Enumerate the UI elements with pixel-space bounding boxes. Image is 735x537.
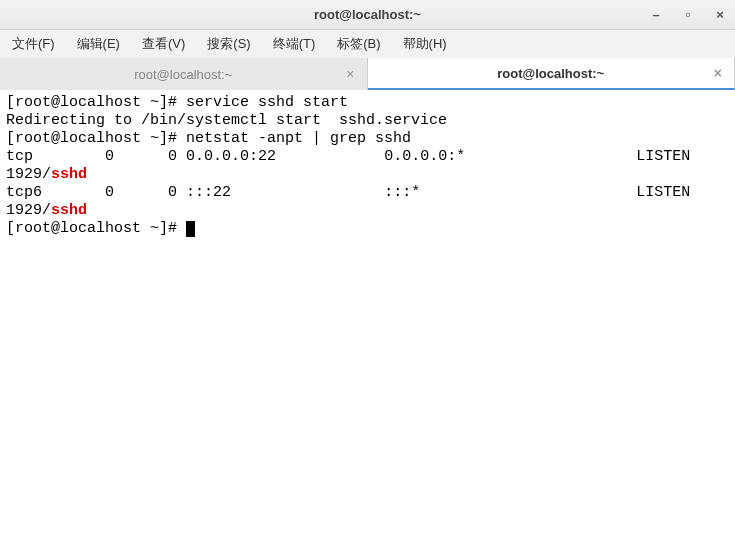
netstat-recvq: 0 bbox=[105, 184, 114, 201]
menu-file[interactable]: 文件(F) bbox=[6, 32, 61, 56]
netstat-foreign: 0.0.0.0:* bbox=[384, 148, 465, 165]
maximize-button[interactable]: ▫ bbox=[681, 8, 695, 22]
menu-search[interactable]: 搜索(S) bbox=[201, 32, 256, 56]
tab-label: root@localhost:~ bbox=[134, 67, 232, 82]
tab-2[interactable]: root@localhost:~ × bbox=[368, 58, 736, 90]
netstat-proc: sshd bbox=[51, 166, 87, 183]
netstat-recvq: 0 bbox=[105, 148, 114, 165]
netstat-sendq: 0 bbox=[168, 184, 177, 201]
window-title: root@localhost:~ bbox=[314, 7, 421, 22]
window-titlebar: root@localhost:~ – ▫ × bbox=[0, 0, 735, 30]
prompt: [root@localhost ~]# bbox=[6, 220, 186, 237]
tab-label: root@localhost:~ bbox=[497, 66, 604, 81]
netstat-local: :::22 bbox=[186, 184, 231, 201]
tab-bar: root@localhost:~ × root@localhost:~ × bbox=[0, 58, 735, 90]
terminal-area[interactable]: [root@localhost ~]# service sshd start R… bbox=[0, 90, 735, 537]
close-button[interactable]: × bbox=[713, 8, 727, 22]
netstat-proto: tcp bbox=[6, 148, 33, 165]
netstat-pid: 1929/ bbox=[6, 166, 51, 183]
menubar: 文件(F) 编辑(E) 查看(V) 搜索(S) 终端(T) 标签(B) 帮助(H… bbox=[0, 30, 735, 58]
netstat-foreign: :::* bbox=[384, 184, 420, 201]
netstat-pid: 1929/ bbox=[6, 202, 51, 219]
command-text: service sshd start bbox=[186, 94, 348, 111]
netstat-proto: tcp6 bbox=[6, 184, 42, 201]
window-controls: – ▫ × bbox=[649, 8, 727, 22]
netstat-proc: sshd bbox=[51, 202, 87, 219]
menu-view[interactable]: 查看(V) bbox=[136, 32, 191, 56]
tab-1[interactable]: root@localhost:~ × bbox=[0, 58, 368, 90]
prompt: [root@localhost ~]# bbox=[6, 94, 186, 111]
command-text: netstat -anpt | grep sshd bbox=[186, 130, 411, 147]
tab-close-icon[interactable]: × bbox=[714, 65, 722, 81]
menu-tabs[interactable]: 标签(B) bbox=[331, 32, 386, 56]
menu-terminal[interactable]: 终端(T) bbox=[267, 32, 322, 56]
netstat-local: 0.0.0.0:22 bbox=[186, 148, 276, 165]
netstat-sendq: 0 bbox=[168, 148, 177, 165]
prompt: [root@localhost ~]# bbox=[6, 130, 186, 147]
netstat-state: LISTEN bbox=[636, 184, 690, 201]
output-text: Redirecting to /bin/systemctl start sshd… bbox=[6, 112, 447, 129]
netstat-state: LISTEN bbox=[636, 148, 690, 165]
tab-close-icon[interactable]: × bbox=[346, 66, 354, 82]
minimize-button[interactable]: – bbox=[649, 8, 663, 22]
menu-edit[interactable]: 编辑(E) bbox=[71, 32, 126, 56]
terminal-cursor bbox=[186, 221, 195, 237]
menu-help[interactable]: 帮助(H) bbox=[397, 32, 453, 56]
